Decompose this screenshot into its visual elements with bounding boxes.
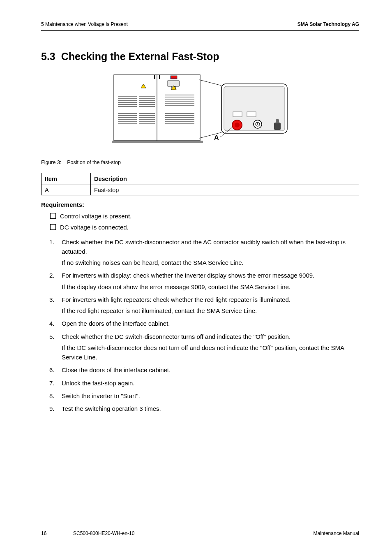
list-item: For inverters with display: check whethe… <box>49 271 359 292</box>
doc-code: SC500-800HE20-WH-en-10 <box>73 531 134 536</box>
svg-rect-28 <box>159 75 160 79</box>
step-main: Test the switching operation 3 times. <box>62 405 161 412</box>
step-sub: If the red light repeater is not illumin… <box>62 306 359 315</box>
doc-type: Maintenance Manual <box>314 531 359 536</box>
list-item: Test the switching operation 3 times. <box>49 404 359 413</box>
step-main: Check whether the DC switch-disconnector… <box>62 239 346 255</box>
list-item: Unlock the fast-stop again. <box>49 378 359 388</box>
header-rule <box>41 30 359 31</box>
list-item: Close the doors of the interface cabinet… <box>49 365 359 375</box>
step-main: Switch the inverter to "Start". <box>62 392 140 399</box>
step-main: Unlock the fast-stop again. <box>62 380 135 387</box>
step-main: Check whether the DC switch-disconnector… <box>62 333 291 340</box>
svg-rect-27 <box>154 75 155 79</box>
table-header-row: Item Description <box>42 173 359 185</box>
item-table: Item Description A Fast-stop <box>41 173 359 195</box>
list-item: Switch the inverter to "Start". <box>49 391 359 401</box>
step-main: For inverters with light repeaters: chec… <box>62 296 291 303</box>
figure-caption: Figure 3: Position of the fast-stop <box>41 160 359 165</box>
page-footer: 16 SC500-800HE20-WH-en-10 Maintenance Ma… <box>41 531 359 536</box>
figure: A <box>41 72 359 148</box>
list-item: Check whether the DC switch-disconnector… <box>49 332 359 362</box>
svg-rect-31 <box>167 81 180 86</box>
svg-rect-30 <box>171 76 177 79</box>
step-main: Open the doors of the interface cabinet. <box>62 320 170 327</box>
svg-rect-58 <box>276 119 279 123</box>
svg-rect-51 <box>247 112 256 117</box>
step-main: For inverters with display: check whethe… <box>62 272 314 279</box>
section-title: 5.3 Checking the External Fast-Stop <box>41 51 359 63</box>
svg-rect-57 <box>274 123 281 130</box>
section-number: 5.3 <box>41 51 55 62</box>
svg-rect-47 <box>112 141 203 143</box>
figure-label-a: A <box>214 134 219 141</box>
svg-rect-50 <box>233 112 242 117</box>
table-row: A Fast-stop <box>42 185 359 195</box>
section-title-text: Checking the External Fast-Stop <box>61 51 219 62</box>
td-desc: Fast-stop <box>91 185 359 195</box>
svg-point-53 <box>235 123 240 127</box>
requirements-title: Requirements: <box>41 201 359 208</box>
list-item: Open the doors of the interface cabinet. <box>49 319 359 328</box>
th-desc: Description <box>91 173 359 185</box>
step-main: Close the doors of the interface cabinet… <box>62 366 171 373</box>
fast-stop-diagram: A <box>110 72 291 146</box>
step-sub: If no switching noises can be heard, con… <box>62 258 359 267</box>
td-item: A <box>42 185 91 195</box>
list-item: DC voltage is connected. <box>50 222 359 232</box>
steps-list: Check whether the DC switch-disconnector… <box>49 237 359 414</box>
list-item: For inverters with light repeaters: chec… <box>49 295 359 316</box>
figure-caption-text: Position of the fast-stop <box>67 160 121 165</box>
step-sub: If the DC switch-disconnector does not t… <box>62 343 359 362</box>
page-number: 16 <box>41 531 46 536</box>
step-sub: If the display does not show the error m… <box>62 282 359 292</box>
header-right-text: SMA Solar Technology AG <box>297 21 359 27</box>
list-item: Check whether the DC switch-disconnector… <box>49 237 359 268</box>
page-header: 5 Maintenance when Voltage is Present SM… <box>41 21 359 27</box>
list-item: Control voltage is present. <box>50 211 359 221</box>
requirements-list: Control voltage is present. DC voltage i… <box>50 211 359 232</box>
figure-caption-prefix: Figure 3: <box>41 160 61 165</box>
header-left-text: 5 Maintenance when Voltage is Present <box>41 21 128 27</box>
th-item: Item <box>42 173 91 185</box>
svg-line-59 <box>199 80 221 86</box>
